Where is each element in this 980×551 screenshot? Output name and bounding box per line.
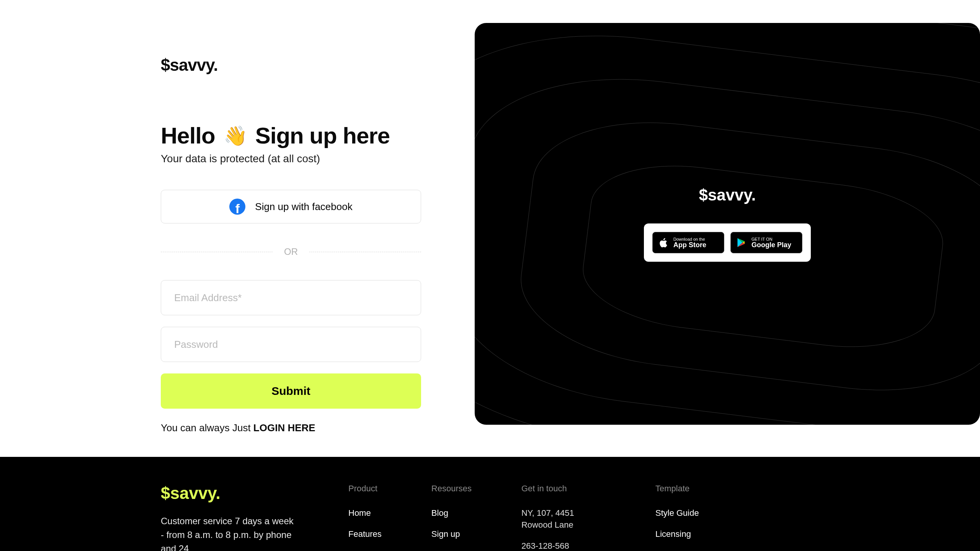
promo-panel: $savvy. Download on the App Store bbox=[475, 23, 980, 434]
brand-logo: $savvy. bbox=[161, 55, 419, 75]
page-title: Hello 👋 Sign up here bbox=[161, 122, 419, 149]
facebook-icon bbox=[229, 199, 245, 215]
title-hello: Hello bbox=[161, 122, 215, 149]
apple-icon bbox=[658, 237, 669, 248]
app-store-badge[interactable]: Download on the App Store bbox=[652, 232, 724, 253]
email-field[interactable] bbox=[161, 280, 421, 315]
footer-logo: $savvy. bbox=[161, 484, 299, 503]
footer-col-title-resources: Resourses bbox=[431, 484, 472, 494]
footer-link-home[interactable]: Home bbox=[348, 507, 382, 519]
login-lead-text: You can always Just bbox=[161, 422, 253, 434]
dash-left bbox=[161, 252, 273, 252]
footer-link-blog[interactable]: Blog bbox=[431, 507, 472, 519]
google-play-icon bbox=[736, 237, 747, 248]
footer-col-title-template: Template bbox=[655, 484, 699, 494]
app-store-big: App Store bbox=[673, 241, 706, 248]
footer-link-styleguide[interactable]: Style Guide bbox=[655, 507, 699, 519]
footer-about-text: Customer service 7 days a week - from 8 … bbox=[161, 514, 299, 551]
app-store-small: Download on the bbox=[673, 237, 706, 241]
facebook-signup-button[interactable]: Sign up with facebook bbox=[161, 190, 421, 223]
footer-link-features[interactable]: Features bbox=[348, 528, 382, 540]
google-play-badge[interactable]: GET IT ON Google Play bbox=[730, 232, 802, 253]
dash-right bbox=[309, 252, 421, 252]
title-signup: Sign up here bbox=[255, 122, 390, 149]
footer-address: NY, 107, 4451 Rowood Lane bbox=[521, 507, 606, 531]
store-badges: Download on the App Store GET IT ON bbox=[644, 223, 811, 262]
login-prompt: You can always Just LOGIN HERE bbox=[161, 422, 419, 434]
or-text: OR bbox=[284, 246, 298, 257]
password-field[interactable] bbox=[161, 327, 421, 362]
brand-logo-white: $savvy. bbox=[699, 186, 756, 204]
footer-link-signup[interactable]: Sign up bbox=[431, 528, 472, 540]
google-play-small: GET IT ON bbox=[751, 237, 791, 241]
waving-hand-icon: 👋 bbox=[224, 125, 247, 147]
footer-col-title-touch: Get in touch bbox=[521, 484, 606, 494]
login-link[interactable]: LOGIN HERE bbox=[253, 422, 315, 434]
signup-form-column: $savvy. Hello 👋 Sign up here Your data i… bbox=[161, 23, 436, 434]
google-play-big: Google Play bbox=[751, 241, 791, 248]
footer-col-title-product: Product bbox=[348, 484, 382, 494]
footer-link-licensing[interactable]: Licensing bbox=[655, 528, 699, 540]
or-divider: OR bbox=[161, 246, 421, 257]
footer-phone: 263-128-568 bbox=[521, 540, 606, 551]
submit-button[interactable]: Submit bbox=[161, 373, 421, 409]
footer: $savvy. Customer service 7 days a week -… bbox=[0, 457, 980, 551]
facebook-button-label: Sign up with facebook bbox=[255, 201, 352, 213]
subtitle: Your data is protected (at all cost) bbox=[161, 153, 419, 165]
